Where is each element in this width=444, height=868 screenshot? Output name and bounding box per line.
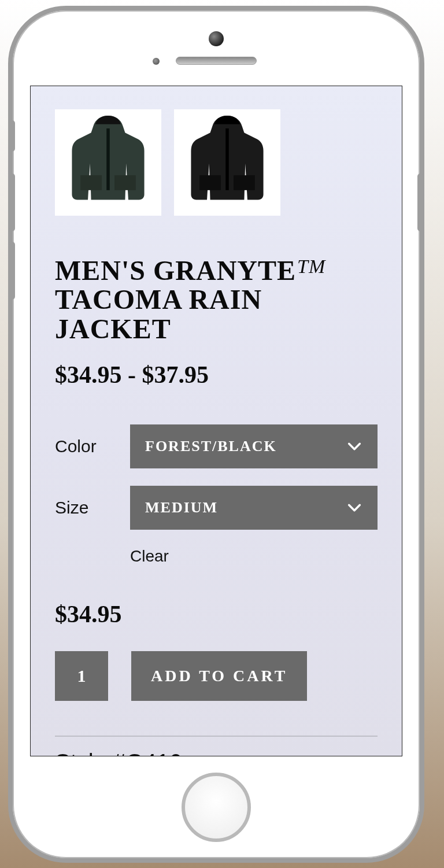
volume-down <box>9 242 15 300</box>
proximity-sensor-icon <box>153 58 160 65</box>
product-thumb-forest[interactable] <box>55 109 161 216</box>
price-range: $34.95 - $37.95 <box>55 361 378 389</box>
size-select[interactable]: MEDIUM <box>130 486 378 530</box>
svg-rect-5 <box>234 175 255 190</box>
jacket-forest-icon <box>55 109 161 216</box>
color-option-row: Color FOREST/BLACK <box>55 424 378 468</box>
product-title-line1: MEN'S GRANYTE <box>55 255 296 286</box>
app-screen: MEN'S GRANYTETM TACOMA RAIN JACKET $34.9… <box>30 86 402 756</box>
svg-rect-2 <box>114 175 136 190</box>
svg-rect-1 <box>80 175 102 190</box>
front-camera-icon <box>209 31 224 46</box>
chevron-down-icon <box>346 500 362 516</box>
product-style-id: Style #G410 <box>55 749 378 756</box>
product-thumbnails <box>55 109 378 216</box>
phone-frame: MEN'S GRANYTETM TACOMA RAIN JACKET $34.9… <box>8 6 424 863</box>
svg-rect-3 <box>225 128 229 190</box>
power-button <box>417 173 423 231</box>
size-select-value: MEDIUM <box>145 499 218 516</box>
selected-price: $34.95 <box>55 600 378 628</box>
quantity-input[interactable]: 1 <box>55 651 108 701</box>
color-label: Color <box>55 437 107 456</box>
home-button[interactable] <box>182 773 251 842</box>
color-select[interactable]: FOREST/BLACK <box>130 424 378 468</box>
volume-up <box>9 173 15 231</box>
product-title: MEN'S GRANYTETM TACOMA RAIN JACKET <box>55 256 378 343</box>
size-option-row: Size MEDIUM <box>55 486 378 530</box>
chevron-down-icon <box>346 438 362 455</box>
product-thumb-black[interactable] <box>174 109 280 216</box>
phone-bezel: MEN'S GRANYTETM TACOMA RAIN JACKET $34.9… <box>16 14 416 855</box>
mute-switch <box>9 120 15 152</box>
add-to-cart-button[interactable]: ADD TO CART <box>131 651 307 701</box>
svg-rect-4 <box>199 175 221 190</box>
product-title-line2: TACOMA RAIN JACKET <box>55 284 262 343</box>
size-label: Size <box>55 498 107 518</box>
jacket-black-icon <box>174 109 280 216</box>
clear-options-link[interactable]: Clear <box>130 547 169 565</box>
svg-rect-0 <box>106 128 110 190</box>
product-page: MEN'S GRANYTETM TACOMA RAIN JACKET $34.9… <box>31 86 402 756</box>
color-select-value: FOREST/BLACK <box>145 438 277 455</box>
section-divider <box>55 736 378 737</box>
cart-row: 1 ADD TO CART <box>55 651 378 701</box>
trademark-symbol: TM <box>297 256 325 277</box>
earpiece-speaker <box>176 57 257 65</box>
clear-row: Clear <box>130 547 378 566</box>
